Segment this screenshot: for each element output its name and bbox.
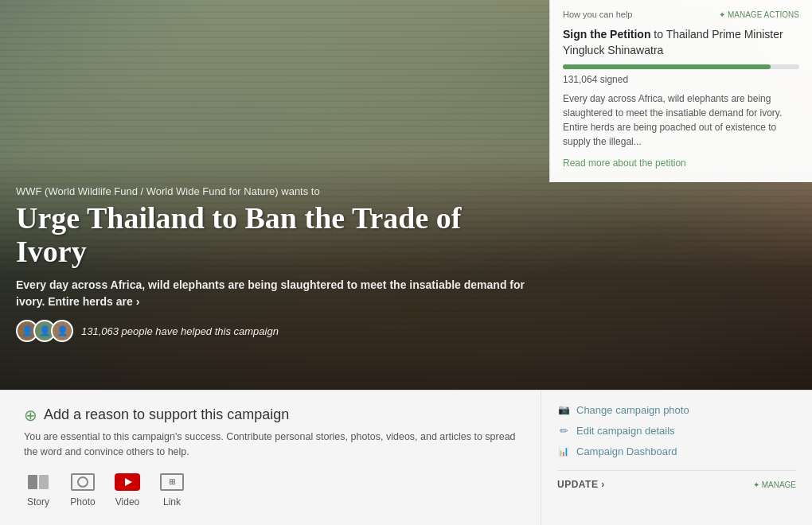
link-label: Link	[163, 496, 181, 508]
avatar-group: 👤 👤 👤	[16, 320, 68, 342]
content-type-story[interactable]: Story	[24, 471, 53, 508]
content-type-link[interactable]: ⊞ Link	[158, 471, 186, 508]
manage-link[interactable]: ✦ MANAGE	[753, 480, 796, 489]
read-more-link[interactable]: Read more about the petition	[563, 158, 686, 169]
story-icon-shape	[28, 475, 49, 489]
campaign-subtitle-main: Every day across Africa, wild elephants …	[16, 278, 525, 308]
pencil-icon	[557, 424, 570, 437]
photo-label: Photo	[70, 496, 95, 508]
manage-actions-button[interactable]: ✦ MANAGE ACTIONS	[719, 10, 799, 19]
progress-bar-container	[563, 64, 799, 69]
campaign-dashboard-link[interactable]: Campaign Dashboard	[557, 445, 796, 457]
edit-details-label: Edit campaign details	[576, 425, 675, 437]
story-icon	[24, 471, 53, 493]
avatar-3: 👤	[51, 320, 73, 342]
content-types-row: Story Photo Video ⊞	[24, 471, 517, 508]
change-photo-link[interactable]: Change campaign photo	[557, 403, 796, 416]
bottom-right-panel: Change campaign photo Edit campaign deta…	[541, 391, 812, 525]
progress-bar-fill	[563, 64, 771, 69]
link-icon-shape: ⊞	[160, 473, 184, 491]
petition-title: Sign the Petition to Thailand Prime Mini…	[563, 27, 799, 58]
story-label: Story	[27, 496, 49, 508]
petition-panel: How you can help ✦ MANAGE ACTIONS Sign t…	[549, 0, 812, 182]
petition-description: Every day across Africa, wild elephants …	[563, 91, 799, 149]
wwf-subtitle: WWF (World Wildlife Fund / World Wide Fu…	[16, 185, 533, 197]
supporters-row: 👤 👤 👤 131,063 people have helped this ca…	[16, 320, 533, 342]
hero-content: WWF (World Wildlife Fund / World Wide Fu…	[16, 185, 533, 342]
photo-icon-shape	[71, 473, 95, 491]
update-label[interactable]: UPDATE ›	[557, 479, 605, 490]
add-icon: ⊕	[24, 407, 37, 423]
content-type-video[interactable]: Video	[113, 471, 142, 508]
supporters-count-text: 131,063 people have helped this campaign	[81, 325, 279, 337]
change-photo-label: Change campaign photo	[576, 404, 689, 416]
campaign-subtitle-link[interactable]: ›	[133, 295, 140, 308]
photo-icon	[68, 471, 97, 493]
chart-icon	[557, 445, 570, 457]
signed-count: 131,064 signed	[563, 74, 799, 85]
campaign-dashboard-label: Campaign Dashboard	[576, 445, 677, 457]
add-reason-title: ⊕ Add a reason to support this campaign	[24, 406, 517, 423]
video-icon	[113, 471, 142, 493]
content-type-photo[interactable]: Photo	[68, 471, 97, 508]
camera-icon	[557, 403, 570, 416]
link-icon: ⊞	[158, 471, 186, 493]
bottom-left-panel: ⊕ Add a reason to support this campaign …	[0, 391, 541, 525]
yt-icon	[115, 473, 140, 491]
update-bar: UPDATE › ✦ MANAGE	[557, 470, 796, 490]
page-icon-1	[28, 475, 37, 489]
bottom-section: ⊕ Add a reason to support this campaign …	[0, 390, 812, 525]
campaign-subtitle-text: Every day across Africa, wild elephants …	[16, 277, 533, 310]
hero-section: How you can help ✦ MANAGE ACTIONS Sign t…	[0, 0, 812, 390]
add-reason-description: You are essential to this campaign's suc…	[24, 430, 517, 460]
campaign-title: Urge Thailand to Ban the Trade of Ivory	[16, 202, 533, 269]
edit-details-link[interactable]: Edit campaign details	[557, 424, 796, 437]
page-icon-2	[39, 475, 49, 489]
add-reason-title-text: Add a reason to support this campaign	[44, 406, 289, 423]
action-links-list: Change campaign photo Edit campaign deta…	[557, 403, 796, 457]
how-you-can-help-label: How you can help	[563, 10, 632, 19]
sign-petition-label: Sign the Petition	[563, 28, 650, 41]
youtube-icon-shape	[115, 473, 140, 491]
video-label: Video	[115, 496, 139, 508]
petition-header: How you can help ✦ MANAGE ACTIONS	[563, 10, 799, 19]
